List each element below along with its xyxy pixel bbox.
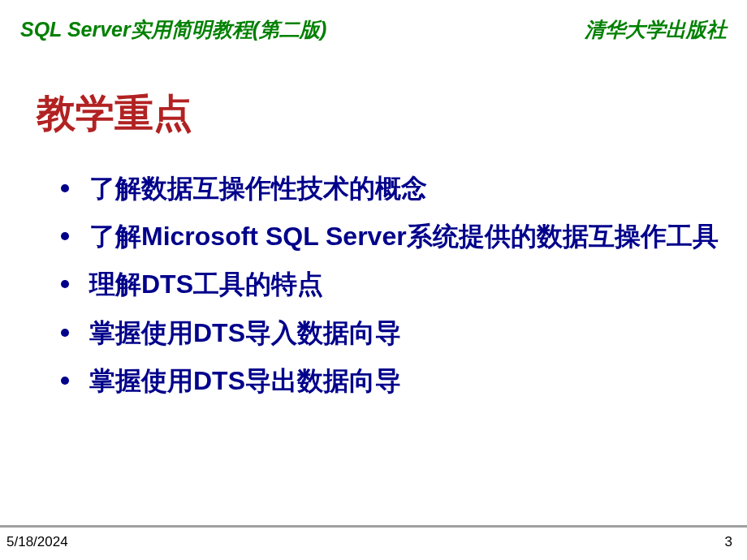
slide-date: 5/18/2024 [6,534,68,550]
footer-divider [0,525,747,528]
slide-footer: 5/18/2024 3 [0,525,747,560]
bullet-list: 了解数据互操作性技术的概念 了解Microsoft SQL Server系统提供… [61,168,747,402]
slide-header: SQL Server实用简明教程(第二版) 清华大学出版社 [0,0,747,43]
list-item: 了解数据互操作性技术的概念 [61,168,719,209]
footer-content: 5/18/2024 3 [0,534,747,560]
list-item: 理解DTS工具的特点 [61,264,719,305]
book-title: SQL Server实用简明教程(第二版) [20,16,326,43]
publisher: 清华大学出版社 [585,16,727,43]
slide-number: 3 [725,534,732,550]
list-item: 掌握使用DTS导出数据向导 [61,360,719,402]
slide-title: 教学重点 [37,88,747,140]
list-item: 掌握使用DTS导入数据向导 [61,312,719,354]
list-item: 了解Microsoft SQL Server系统提供的数据互操作工具 [61,216,719,257]
